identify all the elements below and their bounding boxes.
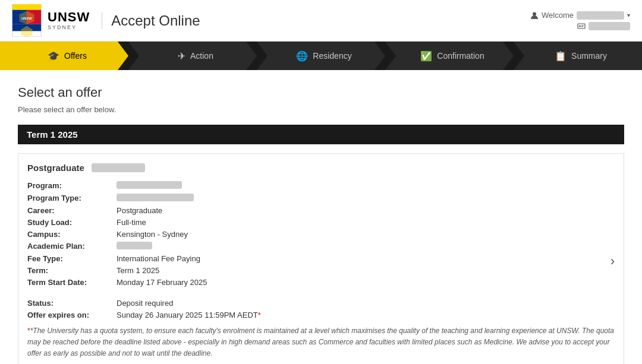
- study-load-label: Study Load:: [27, 218, 117, 227]
- welcome-row: Welcome ▾: [530, 11, 630, 20]
- action-icon: ✈: [178, 50, 185, 62]
- logo-unsw-text: UNSW: [48, 10, 90, 24]
- zid-blurred: [588, 22, 630, 30]
- term-start-value: Monday 17 February 2025: [117, 278, 615, 287]
- nav-step-offers-label: Offers: [64, 51, 87, 61]
- offer-chevron-icon[interactable]: ›: [610, 254, 615, 269]
- logo-area: UNSW UNSW SYDNEY: [12, 4, 90, 37]
- fee-type-value: International Fee Paying: [117, 254, 615, 263]
- id-card-icon: [577, 22, 586, 30]
- fee-type-label: Fee Type:: [27, 254, 117, 263]
- offer-expires-text: Sunday 26 January 2025 11:59PM AEDT: [117, 311, 258, 319]
- welcome-name-blurred: [577, 11, 624, 20]
- nav-step-offers[interactable]: 🎓 Offers: [0, 42, 128, 70]
- page-title: Select an offer: [18, 85, 624, 100]
- offer-expires-asterisk: *: [258, 311, 261, 319]
- confirmation-icon: ✅: [420, 50, 432, 62]
- term-label: Term:: [27, 266, 117, 275]
- academic-plan-value-blurred: [117, 242, 152, 249]
- quota-note-text: *The University has a quota system, to e…: [27, 327, 614, 357]
- term-start-label: Term Start Date:: [27, 278, 117, 287]
- offer-name-blurred: [92, 163, 145, 172]
- dropdown-arrow-icon[interactable]: ▾: [627, 12, 630, 18]
- offer-card-header: Postgraduate: [27, 163, 615, 173]
- academic-plan-label: Academic Plan:: [27, 242, 117, 251]
- program-value-blurred: [117, 181, 182, 189]
- academic-plan-value: [117, 242, 615, 251]
- program-label: Program:: [27, 181, 117, 191]
- svg-rect-11: [581, 26, 584, 26]
- svg-rect-12: [581, 27, 583, 27]
- offer-expires-label: Offer expires on:: [27, 311, 117, 319]
- career-value: Postgraduate: [117, 206, 615, 215]
- nav-step-action-label: Action: [190, 51, 213, 61]
- program-type-value: [117, 194, 615, 203]
- svg-rect-1: [12, 4, 41, 10]
- svg-point-10: [579, 26, 581, 27]
- nav-step-summary-label: Summary: [571, 51, 607, 61]
- zid-row: [530, 22, 630, 30]
- career-label: Career:: [27, 206, 117, 215]
- nav-step-action[interactable]: ✈ Action: [128, 42, 257, 70]
- main-content: Select an offer Please select an offer b…: [0, 70, 642, 364]
- header-right: Welcome ▾: [530, 11, 630, 30]
- logo-text: UNSW SYDNEY: [48, 10, 90, 30]
- offer-expires-value: Sunday 26 January 2025 11:59PM AEDT*: [117, 311, 615, 319]
- study-load-value: Full-time: [117, 218, 615, 227]
- user-icon: [530, 11, 539, 20]
- nav-step-residency-label: Residency: [313, 51, 351, 61]
- header-left: UNSW UNSW SYDNEY Accept Online: [12, 4, 200, 37]
- svg-point-8: [533, 12, 536, 15]
- offer-type-label: Postgraduate: [27, 163, 84, 173]
- quota-note: **The University has a quota system, to …: [27, 325, 615, 360]
- header-title: Accept Online: [102, 12, 200, 29]
- nav-step-residency[interactable]: 🌐 Residency: [257, 42, 385, 70]
- svg-text:UNSW: UNSW: [21, 17, 32, 20]
- nav-step-summary[interactable]: 📋 Summary: [514, 42, 642, 70]
- program-type-value-blurred: [117, 194, 194, 201]
- offers-icon: 🎓: [48, 50, 59, 62]
- residency-icon: 🌐: [296, 50, 308, 62]
- site-header: UNSW UNSW SYDNEY Accept Online Welcome ▾: [0, 0, 642, 42]
- logo-sydney-text: SYDNEY: [48, 25, 90, 31]
- offer-card[interactable]: Postgraduate Program: Program Type: Care…: [18, 153, 624, 364]
- svg-rect-9: [578, 24, 585, 29]
- unsw-logo-icon: UNSW: [12, 4, 42, 37]
- welcome-label: Welcome: [542, 11, 574, 20]
- page-subtitle: Please select an offer below.: [18, 105, 624, 114]
- campus-value: Kensington - Sydney: [117, 230, 615, 239]
- campus-label: Campus:: [27, 230, 117, 239]
- program-value: [117, 181, 615, 191]
- summary-icon: 📋: [555, 50, 567, 62]
- term-header: Term 1 2025: [18, 125, 624, 144]
- status-value: Deposit required: [117, 299, 615, 308]
- nav-step-confirmation-label: Confirmation: [437, 51, 484, 61]
- nav-step-confirmation[interactable]: ✅ Confirmation: [385, 42, 514, 70]
- program-type-label: Program Type:: [27, 194, 117, 203]
- status-label: Status:: [27, 299, 117, 308]
- nav-steps: 🎓 Offers ✈ Action 🌐 Residency ✅ Confirma…: [0, 42, 642, 70]
- term-value: Term 1 2025: [117, 266, 615, 275]
- detail-grid: Program: Program Type: Career: Postgradu…: [27, 181, 615, 319]
